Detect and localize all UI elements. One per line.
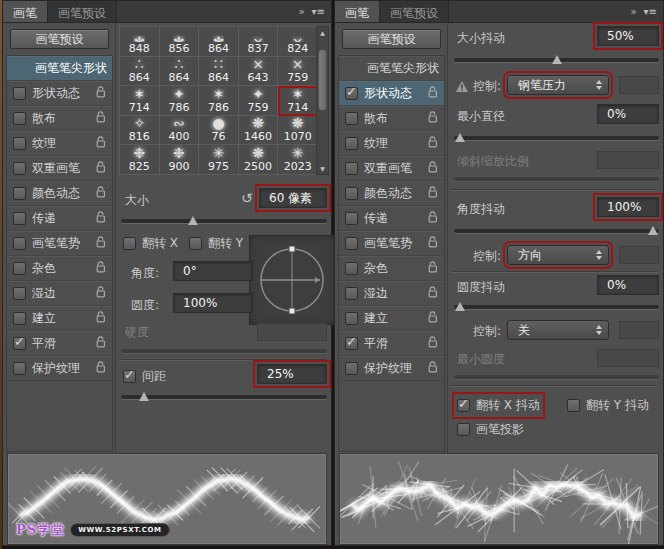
- brush-preset-cell[interactable]: ✻848: [120, 27, 160, 57]
- brush-preset-cell[interactable]: ×837: [239, 27, 279, 57]
- sidebar-item-2[interactable]: 散布: [7, 106, 112, 131]
- brush-preset-cell[interactable]: ✦786: [160, 86, 200, 116]
- brush-preset-cell[interactable]: ×759: [278, 57, 318, 87]
- roundness-control-select[interactable]: 关: [507, 320, 609, 340]
- sidebar-item-checkbox[interactable]: [345, 137, 358, 150]
- lock-open-icon[interactable]: [428, 284, 439, 303]
- sidebar-item-4[interactable]: 双重画笔: [7, 156, 112, 181]
- sidebar-item-checkbox[interactable]: [345, 312, 358, 325]
- sidebar-item-1[interactable]: 形状动态: [339, 81, 444, 106]
- grid-scrollbar[interactable]: ▲ ▼: [316, 26, 329, 175]
- sidebar-item-12[interactable]: 保护纹理: [339, 356, 444, 381]
- sidebar-item-11[interactable]: 平滑: [339, 331, 444, 356]
- reset-size-icon[interactable]: ↺: [241, 191, 253, 205]
- sidebar-item-checkbox[interactable]: [345, 187, 358, 200]
- sidebar-item-checkbox[interactable]: [13, 262, 26, 275]
- lock-open-icon[interactable]: [96, 134, 107, 153]
- sidebar-item-8[interactable]: 杂色: [339, 256, 444, 281]
- lock-open-icon[interactable]: [96, 84, 107, 103]
- sidebar-item-checkbox[interactable]: [13, 237, 26, 250]
- sidebar-item-6[interactable]: 传递: [339, 206, 444, 231]
- sidebar-item-checkbox[interactable]: [13, 112, 26, 125]
- sidebar-item-checkbox[interactable]: [13, 212, 26, 225]
- brush-preset-cell[interactable]: ✶714: [120, 86, 160, 116]
- size-control-select[interactable]: 钢笔压力: [507, 75, 609, 95]
- tab-brush[interactable]: 画笔: [3, 1, 48, 22]
- brush-preset-cell[interactable]: ✻864: [199, 27, 239, 57]
- sidebar-item-checkbox[interactable]: [345, 262, 358, 275]
- slider-thumb[interactable]: [551, 55, 563, 65]
- sidebar-item-0[interactable]: 画笔笔尖形状: [7, 56, 112, 81]
- panel-menu-icon[interactable]: ▾≡: [312, 7, 325, 17]
- flip-x-checkbox[interactable]: [123, 237, 136, 250]
- lock-open-icon[interactable]: [428, 134, 439, 153]
- sidebar-item-6[interactable]: 传递: [7, 206, 112, 231]
- brush-preset-cell[interactable]: ×824: [278, 27, 318, 57]
- flip-y-jitter-checkbox[interactable]: [567, 399, 580, 412]
- sidebar-item-5[interactable]: 颜色动态: [7, 181, 112, 206]
- scroll-up-icon[interactable]: ▲: [320, 27, 325, 38]
- slider-thumb[interactable]: [187, 216, 199, 226]
- panel-menu-icon[interactable]: ▾≡: [644, 7, 657, 17]
- slider-track[interactable]: [454, 136, 659, 140]
- slider-track[interactable]: [121, 395, 327, 399]
- slider-track[interactable]: [121, 219, 327, 223]
- slider-track[interactable]: [454, 229, 659, 233]
- slider-track[interactable]: [454, 305, 659, 309]
- brush-presets-button[interactable]: 画笔预设: [342, 29, 441, 49]
- lock-open-icon[interactable]: [428, 234, 439, 253]
- angle-roundness-control[interactable]: [249, 235, 335, 325]
- angle-input[interactable]: 0°: [173, 261, 253, 281]
- sidebar-item-checkbox[interactable]: [13, 187, 26, 200]
- brush-preset-cell[interactable]: ∷864: [199, 57, 239, 87]
- lock-open-icon[interactable]: [96, 209, 107, 228]
- sidebar-item-checkbox[interactable]: [345, 362, 358, 375]
- brush-presets-button[interactable]: 画笔预设: [10, 29, 109, 49]
- sidebar-item-checkbox[interactable]: [13, 287, 26, 300]
- brush-preset-cell[interactable]: ∴864: [160, 57, 200, 87]
- size-jitter-slider[interactable]: [454, 54, 659, 66]
- flip-x-jitter-checkbox[interactable]: [457, 399, 470, 412]
- min-diameter-input[interactable]: 0%: [597, 104, 659, 124]
- sidebar-item-checkbox[interactable]: [13, 337, 26, 350]
- sidebar-item-10[interactable]: 建立: [7, 306, 112, 331]
- brush-preset-cell[interactable]: ×643: [239, 57, 279, 87]
- sidebar-item-checkbox[interactable]: [345, 337, 358, 350]
- brush-preset-cell[interactable]: ✧816: [120, 116, 160, 146]
- collapse-panel-icon[interactable]: »: [298, 7, 304, 17]
- sidebar-item-8[interactable]: 杂色: [7, 256, 112, 281]
- size-slider[interactable]: [121, 215, 327, 227]
- lock-open-icon[interactable]: [96, 184, 107, 203]
- sidebar-item-9[interactable]: 湿边: [339, 281, 444, 306]
- sidebar-item-3[interactable]: 纹理: [339, 131, 444, 156]
- sidebar-item-9[interactable]: 湿边: [7, 281, 112, 306]
- brush-preset-cell[interactable]: ∾400: [160, 116, 200, 146]
- lock-open-icon[interactable]: [428, 84, 439, 103]
- lock-open-icon[interactable]: [96, 359, 107, 378]
- sidebar-item-checkbox[interactable]: [13, 362, 26, 375]
- lock-open-icon[interactable]: [96, 284, 107, 303]
- brush-preset-cell[interactable]: ❉900: [160, 145, 200, 175]
- sidebar-item-10[interactable]: 建立: [339, 306, 444, 331]
- roundness-jitter-input[interactable]: 0%: [597, 275, 659, 295]
- lock-open-icon[interactable]: [96, 234, 107, 253]
- sidebar-item-0[interactable]: 画笔笔尖形状: [339, 56, 444, 81]
- sidebar-item-checkbox[interactable]: [345, 287, 358, 300]
- size-jitter-input[interactable]: 50%: [597, 26, 659, 46]
- sidebar-item-checkbox[interactable]: [345, 112, 358, 125]
- brush-preset-cell[interactable]: ❋1070: [278, 116, 318, 146]
- tab-brush[interactable]: 画笔: [335, 1, 380, 22]
- collapse-panel-icon[interactable]: »: [630, 7, 636, 17]
- tab-brush-presets[interactable]: 画笔预设: [380, 1, 449, 22]
- brush-preset-cell[interactable]: ✶786: [199, 86, 239, 116]
- spacing-value-input[interactable]: 25%: [257, 364, 327, 384]
- scroll-down-icon[interactable]: ▼: [320, 163, 325, 174]
- tab-brush-presets[interactable]: 画笔预设: [48, 1, 117, 22]
- brush-preset-cell[interactable]: ✳975: [199, 145, 239, 175]
- sidebar-item-checkbox[interactable]: [345, 212, 358, 225]
- spacing-checkbox[interactable]: [123, 370, 136, 383]
- sidebar-item-checkbox[interactable]: [13, 162, 26, 175]
- brush-preset-cell[interactable]: ❉825: [120, 145, 160, 175]
- flip-y-checkbox[interactable]: [189, 237, 202, 250]
- lock-open-icon[interactable]: [428, 109, 439, 128]
